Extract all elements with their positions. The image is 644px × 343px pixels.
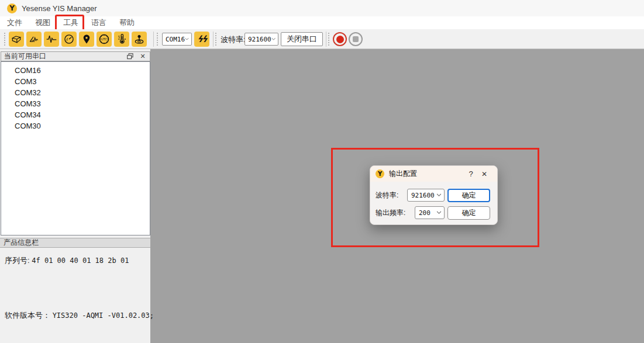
dialog-title: 输出配置 bbox=[389, 169, 465, 179]
refresh-ports-button[interactable]: ϟϟ bbox=[194, 32, 209, 47]
cube-3d-icon[interactable] bbox=[9, 32, 24, 47]
toolbar-grip[interactable] bbox=[215, 33, 217, 46]
baud-rate-select[interactable]: 921600 bbox=[244, 33, 278, 46]
output-rate-row: 输出频率: 200 确定 bbox=[370, 206, 498, 220]
gauge-icon[interactable] bbox=[61, 32, 77, 47]
toolbar-separator bbox=[153, 32, 154, 47]
chevron-down-icon bbox=[271, 37, 275, 41]
dialog-baud-confirm-button[interactable]: 确定 bbox=[447, 189, 490, 202]
chevron-down-icon bbox=[185, 37, 189, 41]
close-panel-icon[interactable]: ✕ bbox=[139, 53, 147, 61]
port-list-item[interactable]: COM34 bbox=[1, 109, 150, 120]
port-list-item[interactable]: COM32 bbox=[1, 87, 150, 98]
toolbar-separator bbox=[326, 32, 326, 47]
utc-clock-icon[interactable]: UTC bbox=[97, 32, 112, 47]
product-info-header: 产品信息栏 bbox=[0, 238, 150, 248]
gauge-glyph bbox=[63, 33, 75, 45]
float-panel-icon[interactable] bbox=[126, 53, 134, 61]
toolbar-grip[interactable] bbox=[4, 33, 6, 46]
waveform-icon[interactable] bbox=[44, 32, 59, 47]
record-icon bbox=[336, 36, 344, 43]
serial-number-row: 序列号: 4f 01 00 40 01 18 2b 01 bbox=[5, 255, 129, 266]
app-logo-icon: Y bbox=[7, 4, 17, 13]
port-select-value: COM16 bbox=[166, 36, 185, 43]
menu-view[interactable]: 视图 bbox=[29, 16, 56, 29]
waveform-glyph bbox=[46, 33, 57, 45]
thermometer-icon[interactable] bbox=[114, 32, 129, 47]
ports-panel-title: 当前可用串口 bbox=[4, 51, 46, 61]
joystick-icon[interactable] bbox=[132, 32, 147, 47]
port-list-item[interactable]: COM30 bbox=[1, 120, 150, 131]
stop-button[interactable] bbox=[349, 32, 363, 46]
dialog-close-button[interactable]: ✕ bbox=[477, 170, 492, 178]
port-list-item[interactable]: COM16 bbox=[1, 65, 150, 76]
baud-rate-row: 波特率: 921600 确定 bbox=[370, 188, 498, 202]
menu-help[interactable]: 帮助 bbox=[113, 16, 140, 29]
toolbar-grip[interactable] bbox=[157, 33, 159, 46]
cube-3d-glyph bbox=[11, 33, 22, 45]
software-version-value: YIS320 -AQMI -V01.02.03; bbox=[53, 311, 154, 320]
dialog-output-rate-label: 输出频率: bbox=[376, 208, 405, 218]
product-info-title: 产品信息栏 bbox=[4, 238, 39, 248]
close-serial-port-button[interactable]: 关闭串口 bbox=[281, 32, 323, 46]
software-version-row: 软件版本号： YIS320 -AQMI -V01.02.03; bbox=[5, 310, 154, 321]
svg-text:UTC: UTC bbox=[101, 37, 108, 41]
output-config-dialog: Y 输出配置 ? ✕ 波特率: 921600 确定 输出频率: 200 确定 bbox=[370, 165, 498, 225]
ports-panel-header: 当前可用串口 ✕ bbox=[1, 51, 150, 61]
dialog-logo-icon: Y bbox=[376, 169, 384, 178]
thermometer-glyph bbox=[116, 33, 128, 45]
baud-rate-value: 921600 bbox=[248, 36, 271, 43]
dialog-output-rate-value: 200 bbox=[419, 209, 431, 217]
chevron-down-icon bbox=[436, 211, 442, 214]
baud-rate-label: 波特率: bbox=[221, 34, 246, 45]
dialog-baud-label: 波特率: bbox=[376, 190, 398, 200]
port-list-item[interactable]: COM3 bbox=[1, 76, 150, 87]
chevron-down-icon bbox=[436, 193, 442, 197]
stop-icon bbox=[353, 36, 359, 42]
dialog-output-rate-confirm-button[interactable]: 确定 bbox=[447, 206, 490, 220]
toolbar-separator bbox=[213, 32, 213, 47]
refresh-icon: ϟϟ bbox=[197, 34, 207, 44]
software-version-label: 软件版本号： bbox=[5, 311, 50, 320]
location-pin-icon[interactable] bbox=[79, 32, 94, 47]
record-button[interactable] bbox=[333, 32, 347, 46]
menu-bar: 文件 视图 工具 语言 帮助 bbox=[0, 16, 644, 29]
port-list-item[interactable]: COM33 bbox=[1, 98, 150, 109]
toolbar-grip[interactable] bbox=[328, 33, 330, 46]
dialog-title-bar: Y 输出配置 ? ✕ bbox=[370, 166, 497, 182]
menu-language[interactable]: 语言 bbox=[85, 16, 112, 29]
dialog-baud-select[interactable]: 921600 bbox=[407, 189, 445, 202]
dialog-baud-value: 921600 bbox=[411, 192, 435, 199]
window-title: Yesense YIS Manager bbox=[22, 4, 97, 13]
angle-wave-icon[interactable] bbox=[26, 32, 42, 47]
serial-number-label: 序列号: bbox=[5, 256, 30, 265]
dialog-help-button[interactable]: ? bbox=[465, 169, 477, 178]
dialog-output-rate-select[interactable]: 200 bbox=[415, 206, 445, 219]
title-bar: Y Yesense YIS Manager bbox=[0, 0, 644, 16]
available-ports-list: COM16 COM3 COM32 COM33 COM34 COM30 bbox=[1, 61, 150, 235]
location-pin-glyph bbox=[81, 34, 92, 44]
angle-wave-glyph bbox=[28, 33, 40, 45]
port-select[interactable]: COM16 bbox=[162, 33, 192, 46]
joystick-glyph bbox=[133, 33, 145, 45]
serial-number-value: 4f 01 00 40 01 18 2b 01 bbox=[32, 257, 129, 265]
menu-tools[interactable]: 工具 bbox=[57, 16, 84, 29]
menu-file[interactable]: 文件 bbox=[1, 16, 28, 29]
utc-clock-glyph: UTC bbox=[98, 33, 110, 45]
